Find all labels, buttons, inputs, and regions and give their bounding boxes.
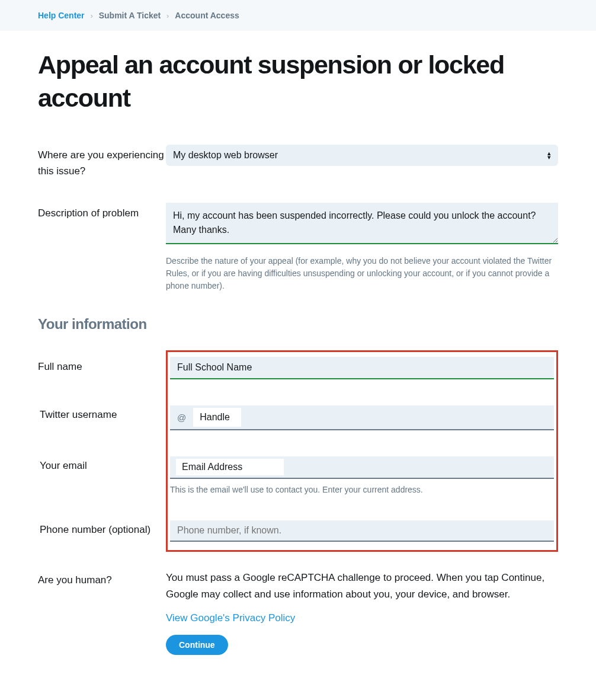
description-help: Describe the nature of your appeal (for … [166, 255, 558, 292]
breadcrumb-submit-ticket[interactable]: Submit A Ticket [99, 11, 161, 20]
issue-location-value: My desktop web browser [173, 150, 278, 160]
email-value[interactable]: Email Address [176, 459, 284, 475]
username-value[interactable]: Handle [193, 408, 241, 427]
page-title: Appeal an account suspension or locked a… [38, 49, 558, 115]
description-textarea[interactable] [166, 203, 558, 244]
email-help: This is the email we'll use to contact y… [170, 485, 554, 494]
your-information-heading: Your information [38, 316, 558, 333]
select-caret-icon: ▴▾ [547, 151, 551, 159]
issue-location-select[interactable]: My desktop web browser ▴▾ [166, 145, 558, 166]
phone-input[interactable] [170, 520, 554, 542]
at-symbol: @ [170, 407, 193, 428]
username-input-group[interactable]: @ Handle [170, 405, 554, 430]
captcha-text: You must pass a Google reCAPTCHA challen… [166, 570, 558, 603]
issue-location-label: Where are you experiencing this issue? [38, 145, 166, 179]
chevron-right-icon: › [166, 11, 169, 20]
breadcrumb: Help Center › Submit A Ticket › Account … [0, 0, 596, 31]
phone-label: Phone number (optional) [40, 524, 168, 536]
privacy-policy-link[interactable]: View Google's Privacy Policy [166, 612, 558, 624]
username-label: Twitter username [40, 409, 168, 421]
info-highlight-box: Twitter username @ Handle Your email Ema… [166, 350, 558, 552]
captcha-label: Are you human? [38, 570, 166, 588]
breadcrumb-account-access: Account Access [175, 11, 239, 20]
continue-button[interactable]: Continue [166, 635, 228, 655]
full-name-input[interactable] [170, 357, 554, 379]
chevron-right-icon: › [90, 11, 92, 20]
breadcrumb-help-center[interactable]: Help Center [38, 11, 85, 20]
description-label: Description of problem [38, 203, 166, 221]
email-input[interactable]: Email Address [170, 456, 554, 479]
email-label: Your email [40, 460, 168, 472]
full-name-label: Full name [38, 350, 166, 375]
